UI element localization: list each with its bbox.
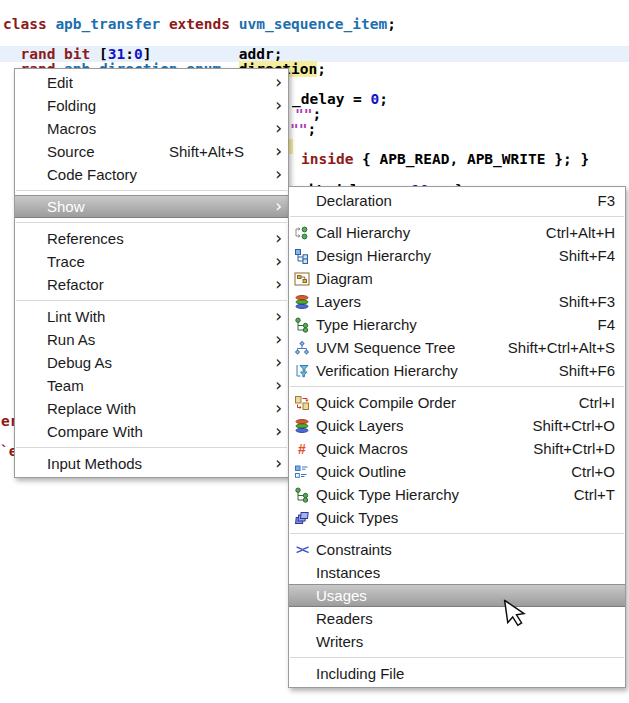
- menu-item-label: Compare With: [47, 423, 270, 440]
- menu-item-label: Quick Type Hierarchy: [316, 486, 574, 503]
- submenu-arrow-icon: ›: [270, 423, 282, 440]
- menu-item-label: Verification Hierarchy: [316, 362, 559, 379]
- submenu-item-writers[interactable]: Writers: [289, 630, 625, 653]
- submenu-arrow-icon: ›: [270, 400, 282, 417]
- code-line-class-decl: class apb_transfer extends uvm_sequence_…: [3, 17, 396, 32]
- menu-shortcut: Shift+Ctrl+Alt+S: [508, 339, 615, 356]
- code-fragment-inside: inside { APB_READ, APB_WRITE }; }: [301, 152, 589, 167]
- menu-shortcut: Shift+Ctrl+D: [533, 440, 615, 457]
- submenu-item-type-hierarchy[interactable]: Type HierarchyF4: [289, 313, 625, 336]
- menu-item-macros[interactable]: Macros›: [15, 117, 288, 140]
- submenu-arrow-icon: ›: [270, 120, 282, 137]
- menu-item-label: Declaration: [316, 192, 597, 209]
- menu-separator: [290, 657, 624, 658]
- menu-item-label: Readers: [316, 610, 615, 627]
- submenu-item-uvm-sequence-tree[interactable]: UVM Sequence TreeShift+Ctrl+Alt+S: [289, 336, 625, 359]
- menu-item-label: Replace With: [47, 400, 270, 417]
- menu-shortcut: Ctrl+O: [571, 463, 615, 480]
- menu-item-code-factory[interactable]: Code Factory›: [15, 163, 288, 186]
- menu-item-debug-as[interactable]: Debug As›: [15, 351, 288, 374]
- type-apb-transfer: apb_transfer: [55, 16, 160, 32]
- submenu-item-quick-macros[interactable]: #Quick MacrosShift+Ctrl+D: [289, 437, 625, 460]
- menu-separator: [290, 216, 624, 217]
- no-icon: [294, 666, 310, 682]
- menu-separator: [16, 300, 287, 301]
- menu-item-label: Including File: [316, 665, 615, 682]
- menu-item-label: Refactor: [47, 276, 270, 293]
- menu-item-label: Edit: [47, 74, 270, 91]
- menu-item-label: Input Methods: [47, 455, 270, 472]
- num-31: 31: [108, 46, 125, 62]
- menu-item-label: Run As: [47, 331, 270, 348]
- submenu-arrow-icon: ›: [270, 253, 282, 270]
- menu-item-label: Source: [47, 143, 169, 160]
- menu-item-compare-with[interactable]: Compare With›: [15, 420, 288, 443]
- submenu-item-including-file[interactable]: Including File: [289, 662, 625, 685]
- menu-item-label: Quick Macros: [316, 440, 533, 457]
- menu-item-refactor[interactable]: Refactor›: [15, 273, 288, 296]
- menu-item-label: Quick Compile Order: [316, 394, 579, 411]
- menu-item-label: Quick Outline: [316, 463, 571, 480]
- no-icon: [294, 588, 310, 604]
- submenu-item-design-hierarchy[interactable]: Design HierarchyShift+F4: [289, 244, 625, 267]
- menu-item-label: Usages: [316, 587, 615, 604]
- menu-item-folding[interactable]: Folding›: [15, 94, 288, 117]
- menu-item-input-methods[interactable]: Input Methods›: [15, 452, 288, 475]
- menu-item-label: Design Hierarchy: [316, 247, 559, 264]
- submenu-item-instances[interactable]: Instances: [289, 561, 625, 584]
- submenu-item-call-hierarchy[interactable]: Call HierarchyCtrl+Alt+H: [289, 221, 625, 244]
- menu-separator: [16, 222, 287, 223]
- submenu-item-quick-type-hierarchy[interactable]: Quick Type HierarchyCtrl+T: [289, 483, 625, 506]
- no-icon: [294, 565, 310, 581]
- submenu-item-readers[interactable]: Readers: [289, 607, 625, 630]
- menu-item-replace-with[interactable]: Replace With›: [15, 397, 288, 420]
- menu-separator: [290, 386, 624, 387]
- no-icon: [294, 611, 310, 627]
- code-line-addr: rand bit [31:0] addr;: [3, 47, 396, 62]
- submenu-arrow-icon: ›: [270, 377, 282, 394]
- menu-item-trace[interactable]: Trace›: [15, 250, 288, 273]
- submenu-arrow-icon: ›: [270, 331, 282, 348]
- submenu-arrow-icon: ›: [270, 166, 282, 183]
- submenu-item-constraints[interactable]: ><Constraints: [289, 538, 625, 561]
- code-fragment-delay: _delay = 0;: [292, 92, 388, 107]
- submenu-item-quick-compile-order[interactable]: Quick Compile OrderCtrl+I: [289, 391, 625, 414]
- layers-icon: [294, 294, 310, 310]
- quick-compile-order-icon: [294, 395, 310, 411]
- kw-rand-bit: rand bit: [3, 46, 99, 62]
- menu-item-references[interactable]: References›: [15, 227, 288, 250]
- punct: :: [125, 46, 134, 62]
- submenu-item-usages[interactable]: Usages: [289, 584, 625, 607]
- menu-shortcut: Shift+Ctrl+O: [532, 417, 615, 434]
- design-hierarchy-icon: [294, 248, 310, 264]
- menu-separator: [16, 447, 287, 448]
- code-fragment-string1: "";: [295, 107, 321, 122]
- submenu-item-layers[interactable]: LayersShift+F3: [289, 290, 625, 313]
- punct: [: [99, 46, 108, 62]
- submenu-item-quick-layers[interactable]: Quick LayersShift+Ctrl+O: [289, 414, 625, 437]
- menu-item-label: Layers: [316, 293, 559, 310]
- menu-item-edit[interactable]: Edit›: [15, 71, 288, 94]
- menu-shortcut: Ctrl+Alt+H: [546, 224, 615, 241]
- submenu-item-quick-types[interactable]: Quick Types: [289, 506, 625, 529]
- menu-shortcut: Ctrl+T: [574, 486, 615, 503]
- menu-item-label: Debug As: [47, 354, 270, 371]
- submenu-item-verification-hierarchy[interactable]: Verification HierarchyShift+F6: [289, 359, 625, 382]
- submenu-item-diagram[interactable]: Diagram: [289, 267, 625, 290]
- menu-item-source[interactable]: SourceShift+Alt+S›: [15, 140, 288, 163]
- menu-separator: [290, 533, 624, 534]
- submenu-item-quick-outline[interactable]: Quick OutlineCtrl+O: [289, 460, 625, 483]
- menu-item-team[interactable]: Team›: [15, 374, 288, 397]
- menu-item-lint-with[interactable]: Lint With›: [15, 305, 288, 328]
- kw-extends: extends: [160, 16, 239, 32]
- submenu-item-declaration[interactable]: DeclarationF3: [289, 189, 625, 212]
- num-0: 0: [134, 46, 143, 62]
- diagram-icon: [294, 271, 310, 287]
- submenu-arrow-icon: ›: [270, 455, 282, 472]
- menu-item-show[interactable]: Show›: [15, 195, 288, 218]
- menu-item-run-as[interactable]: Run As›: [15, 328, 288, 351]
- menu-item-label: Constraints: [316, 541, 615, 558]
- menu-item-label: Type Hierarchy: [316, 316, 597, 333]
- menu-shortcut: Shift+F4: [559, 247, 615, 264]
- menu-item-label: Lint With: [47, 308, 270, 325]
